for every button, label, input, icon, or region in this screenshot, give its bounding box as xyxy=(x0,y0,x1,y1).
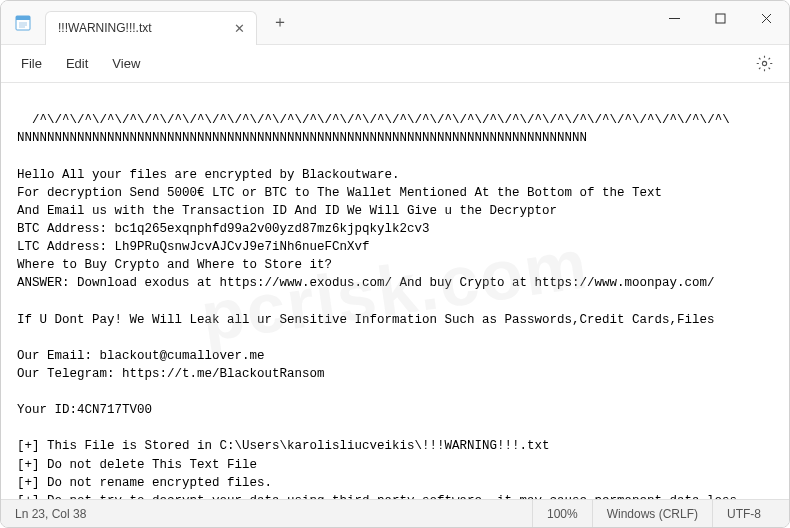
menubar: File Edit View xyxy=(1,45,789,83)
text-editor-area[interactable]: pcrisk.com/^\/^\/^\/^\/^\/^\/^\/^\/^\/^\… xyxy=(1,83,789,499)
gear-icon[interactable] xyxy=(747,49,781,79)
close-window-button[interactable] xyxy=(743,1,789,37)
menu-edit[interactable]: Edit xyxy=(54,50,100,77)
line-10: ANSWER: Download exodus at https://www.e… xyxy=(17,276,715,290)
svg-rect-1 xyxy=(16,16,30,20)
status-zoom[interactable]: 100% xyxy=(532,500,592,527)
new-tab-button[interactable]: ＋ xyxy=(265,8,295,38)
close-tab-icon[interactable]: ✕ xyxy=(232,20,248,36)
window-controls xyxy=(651,1,789,45)
line-15: Our Telegram: https://t.me/BlackoutRanso… xyxy=(17,367,325,381)
line-22: [+] Do not try to decrypt your data usin… xyxy=(17,494,745,499)
line-12: If U Dont Pay! We Will Leak all ur Sensi… xyxy=(17,313,715,327)
line-1: /^\/^\/^\/^\/^\/^\/^\/^\/^\/^\/^\/^\/^\/… xyxy=(32,113,730,127)
watermark: pcrisk.com xyxy=(195,214,595,369)
line-19: [+] This File is Stored in C:\Users\karo… xyxy=(17,439,550,453)
line-17: Your ID:4CN717TV00 xyxy=(17,403,152,417)
svg-rect-6 xyxy=(716,14,725,23)
line-4: Hello All your files are encrypted by Bl… xyxy=(17,168,400,182)
line-5: For decryption Send 5000€ LTC or BTC to … xyxy=(17,186,662,200)
line-8: LTC Address: Lh9PRuQsnwJcvAJCvJ9e7iNh6nu… xyxy=(17,240,370,254)
line-9: Where to Buy Crypto and Where to Store i… xyxy=(17,258,332,272)
line-2: NNNNNNNNNNNNNNNNNNNNNNNNNNNNNNNNNNNNNNNN… xyxy=(17,131,587,145)
status-line-ending[interactable]: Windows (CRLF) xyxy=(592,500,712,527)
line-21: [+] Do not rename encrypted files. xyxy=(17,476,272,490)
statusbar: Ln 23, Col 38 100% Windows (CRLF) UTF-8 xyxy=(1,499,789,527)
status-encoding[interactable]: UTF-8 xyxy=(712,500,775,527)
maximize-button[interactable] xyxy=(697,1,743,37)
tab-title: !!!WARNING!!!.txt xyxy=(58,21,152,35)
status-cursor-position: Ln 23, Col 38 xyxy=(15,500,100,527)
line-6: And Email us with the Transaction ID And… xyxy=(17,204,557,218)
menu-view[interactable]: View xyxy=(100,50,152,77)
titlebar: !!!WARNING!!!.txt ✕ ＋ xyxy=(1,1,789,45)
svg-point-9 xyxy=(762,61,766,65)
notepad-app-icon xyxy=(13,13,33,33)
line-7: BTC Address: bc1q265exqnphfd99a2v00yzd87… xyxy=(17,222,430,236)
menu-file[interactable]: File xyxy=(9,50,54,77)
line-14: Our Email: blackout@cumallover.me xyxy=(17,349,265,363)
line-20: [+] Do not delete This Text File xyxy=(17,458,257,472)
document-tab[interactable]: !!!WARNING!!!.txt ✕ xyxy=(45,11,257,45)
minimize-button[interactable] xyxy=(651,1,697,37)
